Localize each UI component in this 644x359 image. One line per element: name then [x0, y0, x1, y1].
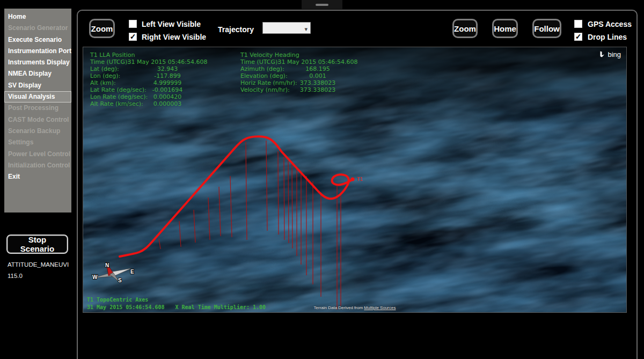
- bing-logo: bing: [599, 50, 621, 58]
- velocity-title: T1 Velocity Heading: [240, 52, 299, 58]
- home-button[interactable]: Home: [492, 19, 518, 38]
- window-drag-grip[interactable]: [302, 0, 342, 9]
- bing-icon: [599, 51, 606, 58]
- target-position-marker: [351, 178, 355, 181]
- zoom-right-button[interactable]: Zoom: [452, 19, 478, 38]
- scenario-name-label: ATTITUDE_MANEUVI: [8, 261, 69, 268]
- compass-s-label: S: [118, 277, 122, 283]
- map-3d-viewport[interactable]: T1 N E W S T1 LLA Position Time (UTCG):3…: [83, 47, 627, 313]
- compass-n-label: N: [105, 262, 109, 268]
- sidebar-item-execute-scenario[interactable]: Execute Scenario: [4, 34, 71, 46]
- sidebar-item-cast-mode-control: CAST Mode Control: [4, 114, 71, 126]
- sidebar-item-sv-display[interactable]: SV Display: [4, 80, 71, 91]
- sidebar-item-exit[interactable]: Exit: [4, 171, 71, 182]
- sidebar-item-visual-analysis[interactable]: Visual Analysis: [4, 91, 71, 102]
- grip-handle-icon: [316, 4, 328, 6]
- trajectory-line: [120, 136, 352, 257]
- visual-analysis-panel: Zoom Left View Visible Right View Visibl…: [77, 10, 638, 359]
- compass-e-label: E: [130, 269, 134, 275]
- scenario-value-label: 115.0: [8, 273, 23, 279]
- gps-access-label: GPS Access: [588, 20, 632, 28]
- sidebar-item-settings: Settings: [4, 137, 71, 148]
- sidebar-menu: Home Scenario Generator Execute Scenario…: [4, 9, 71, 213]
- drop-lines-checkbox[interactable]: [574, 33, 582, 41]
- follow-button[interactable]: Follow: [532, 19, 561, 38]
- sidebar-item-home[interactable]: Home: [4, 11, 71, 23]
- target-label: T1: [357, 177, 363, 182]
- zoom-left-button[interactable]: Zoom: [89, 19, 115, 38]
- sidebar-item-scenario-backup: Scenario Backup: [4, 126, 71, 137]
- gps-access-checkbox[interactable]: [574, 20, 582, 28]
- trajectory-label: Trajectory: [218, 25, 254, 34]
- left-view-visible-label: Left View Visible: [142, 20, 201, 28]
- compass-rose: N E W S: [92, 262, 134, 283]
- stop-scenario-button[interactable]: Stop Scenario: [6, 235, 68, 254]
- sidebar-item-scenario-generator: Scenario Generator: [4, 23, 71, 34]
- lla-title: T1 LLA Position: [90, 52, 148, 58]
- sidebar-item-instruments-display[interactable]: Instruments Display: [4, 57, 71, 68]
- chevron-down-icon: ▾: [304, 24, 308, 34]
- sidebar-item-post-processing: Post Processing: [4, 102, 71, 114]
- trajectory-select[interactable]: ▾: [262, 22, 311, 34]
- drop-lines-label: Drop Lines: [588, 33, 627, 41]
- drop-lines: [159, 141, 341, 310]
- left-view-visible-checkbox[interactable]: [129, 20, 137, 28]
- multiple-sources-link[interactable]: Multiple Sources: [364, 305, 396, 310]
- terrain-attribution: Terrain Data Derived from Multiple Sourc…: [83, 305, 626, 310]
- right-view-visible-label: Right View Visible: [142, 33, 206, 41]
- sidebar-item-initialization-control: Initialization Control: [4, 160, 71, 171]
- sidebar-item-power-level-control: Power Level Control: [4, 149, 71, 160]
- right-view-visible-checkbox[interactable]: [129, 33, 137, 41]
- compass-w-label: W: [92, 274, 98, 280]
- lla-position-hud: T1 LLA Position Time (UTCG):31 May 2015 …: [90, 52, 148, 107]
- sidebar-item-instrumentation-port[interactable]: Instrumentation Port: [4, 46, 71, 57]
- axes-status-label: T1 TopoCentric Axes: [87, 297, 148, 303]
- sidebar-item-nmea-display[interactable]: NMEA Display: [4, 68, 71, 79]
- velocity-heading-hud: T1 Velocity Heading Time (UTCG):31 May 2…: [240, 52, 299, 93]
